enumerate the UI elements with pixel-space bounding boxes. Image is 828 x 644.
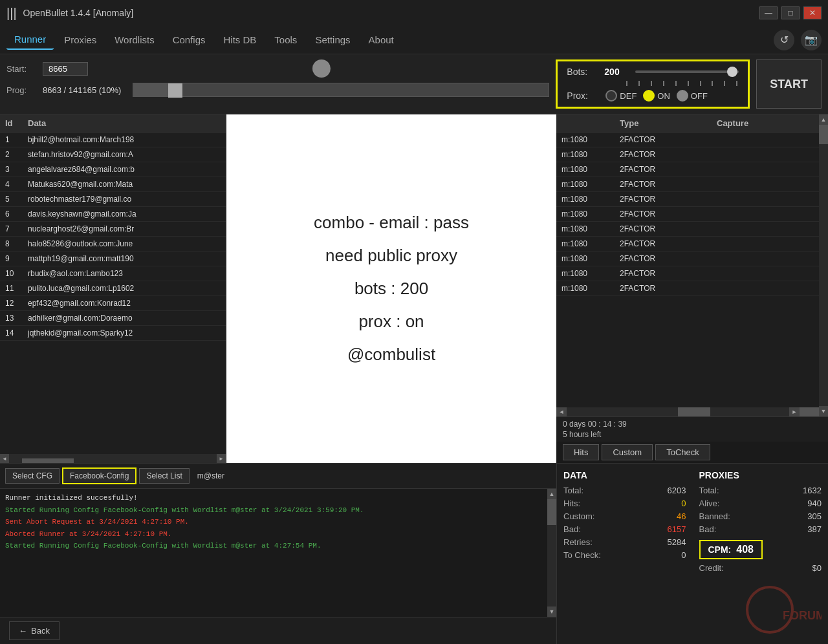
tick (626, 81, 627, 86)
menu-about[interactable]: About (361, 30, 402, 49)
hit-proxy: m:1080 (561, 254, 620, 263)
prox-off-label: OFF (691, 91, 708, 101)
row-id: 9 (5, 254, 28, 263)
hits-h-thumb[interactable] (678, 407, 710, 416)
log-scroll-up[interactable]: ▲ (547, 489, 556, 499)
scroll-right-arrow[interactable]: ► (217, 454, 226, 463)
timer-time: 0 days 00 : 14 : 39 (563, 420, 627, 429)
history-icon[interactable]: ↺ (774, 30, 794, 50)
proxy-total-value: 1632 (803, 486, 822, 495)
prox-on-label: ON (657, 91, 670, 101)
progress-thumb[interactable] (168, 83, 182, 98)
tab-tocheck[interactable]: ToCheck (655, 444, 710, 460)
tab-custom[interactable]: Custom (602, 444, 653, 460)
hit-proxy: m:1080 (561, 180, 620, 189)
prox-def-radio[interactable] (605, 90, 617, 102)
main-content: Start: Prog: 8663 / 141165 (10%) (0, 54, 828, 644)
log-scroll-down[interactable]: ▼ (547, 606, 556, 617)
timer-hours: 5 hours left (563, 430, 627, 439)
stat-bad: Bad: 6157 (563, 524, 686, 534)
row-id: 12 (5, 299, 28, 308)
hit-proxy: m:1080 (561, 150, 620, 159)
start-input[interactable] (43, 62, 88, 76)
back-button[interactable]: ← Back (9, 621, 60, 640)
row-id: 7 (5, 224, 28, 233)
stat-custom-value: 46 (677, 511, 686, 521)
hits-col-proxy (561, 118, 620, 128)
bots-slider-thumb[interactable] (727, 67, 737, 77)
row-id: 2 (5, 150, 28, 159)
proxy-alive-label: Alive: (699, 499, 720, 508)
menu-hitsdb[interactable]: Hits DB (216, 30, 265, 49)
stat-hits-label: Hits: (563, 499, 580, 508)
hits-row: m:10802FACTOR (556, 192, 819, 207)
table-row: 12epf432@gmail.com:Konrad12 (0, 296, 226, 311)
prox-off-radio[interactable] (677, 90, 688, 102)
row-data: nuclearghost26@gmail.com:Br (28, 224, 221, 233)
hit-proxy: m:1080 (561, 224, 620, 233)
stat-hits-value: 0 (681, 499, 686, 508)
table-row: 1bjhill2@hotmail.com:March198 (0, 133, 226, 147)
prox-on-option[interactable]: ON (643, 90, 670, 102)
select-list-button[interactable]: Select List (139, 468, 189, 484)
stat-tocheck-label: To Check: (563, 550, 601, 560)
log-v-thumb[interactable] (547, 499, 556, 525)
menu-right: ↺ 📷 (774, 30, 822, 50)
bots-slider-track[interactable] (635, 70, 739, 73)
row-data: epf432@gmail.com:Konrad12 (28, 299, 221, 308)
menu-proxies[interactable]: Proxies (56, 30, 104, 49)
menu-tools[interactable]: Tools (267, 30, 305, 49)
back-label: Back (31, 626, 50, 636)
prox-off-option[interactable]: OFF (677, 90, 708, 102)
scroll-h-thumb[interactable] (22, 458, 74, 463)
hits-scroll-up[interactable]: ▲ (819, 114, 828, 125)
titlebar: ||| OpenBullet 1.4.4 [Anomaly] — □ ✕ (0, 0, 828, 26)
menu-configs[interactable]: Configs (165, 30, 213, 49)
row-id: 6 (5, 209, 28, 219)
menu-runner[interactable]: Runner (6, 30, 54, 50)
select-cfg-button[interactable]: Select CFG (5, 468, 60, 484)
prox-on-radio[interactable] (643, 90, 655, 102)
proxy-bad-label: Bad: (699, 524, 717, 534)
tick (663, 81, 664, 86)
cpm-box: CPM: 408 (699, 540, 763, 559)
app-logo: ||| (6, 6, 17, 21)
start-slider-thumb[interactable] (312, 59, 331, 78)
row-id: 10 (5, 269, 28, 278)
hit-type: 2FACTOR (620, 150, 717, 159)
menu-settings[interactable]: Settings (307, 30, 358, 49)
camera-icon[interactable]: 📷 (801, 30, 822, 50)
wordlist-table-header: Id Data (0, 114, 226, 133)
menu-wordlists[interactable]: Wordlists (107, 30, 162, 49)
hits-scroll-down[interactable]: ▼ (819, 406, 828, 416)
tabs-row: Hits Custom ToCheck (556, 442, 828, 463)
overlay-line2: need public proxy (325, 246, 457, 266)
hits-v-thumb[interactable] (819, 125, 828, 144)
maximize-button[interactable]: □ (781, 6, 800, 19)
content-area: Id Data 1bjhill2@hotmail.com:March1982st… (0, 114, 828, 463)
progress-bar (133, 83, 549, 97)
close-button[interactable]: ✕ (803, 6, 822, 19)
minimize-button[interactable]: — (759, 6, 778, 19)
stat-retries: Retries: 5284 (563, 537, 686, 547)
hit-type: 2FACTOR (620, 165, 717, 174)
table-row: 4Matukas620@gmail.com:Mata (0, 177, 226, 192)
hits-row: m:10802FACTOR (556, 162, 819, 177)
config-name-button[interactable]: Facebook-Config (62, 467, 136, 484)
row-id: 8 (5, 239, 28, 248)
prox-def-option[interactable]: DEF (605, 90, 637, 102)
stat-tocheck-value: 0 (681, 550, 686, 560)
overlay-line3: bots : 200 (354, 279, 428, 299)
hits-scroll-left[interactable]: ◄ (556, 407, 567, 416)
hits-scroll-right[interactable]: ► (789, 407, 800, 416)
table-row: 9mattph19@gmail.com:matt190 (0, 252, 226, 266)
start-button[interactable]: START (756, 59, 822, 109)
tab-hits[interactable]: Hits (563, 444, 599, 460)
log-line: Started Running Config Facebook-Config w… (5, 541, 542, 552)
hits-row: m:10802FACTOR (556, 237, 819, 252)
scroll-left-arrow[interactable]: ◄ (0, 454, 9, 463)
hit-proxy: m:1080 (561, 195, 620, 204)
hit-capture (717, 224, 814, 233)
hit-capture (717, 150, 814, 159)
stat-bad-label: Bad: (563, 524, 581, 534)
